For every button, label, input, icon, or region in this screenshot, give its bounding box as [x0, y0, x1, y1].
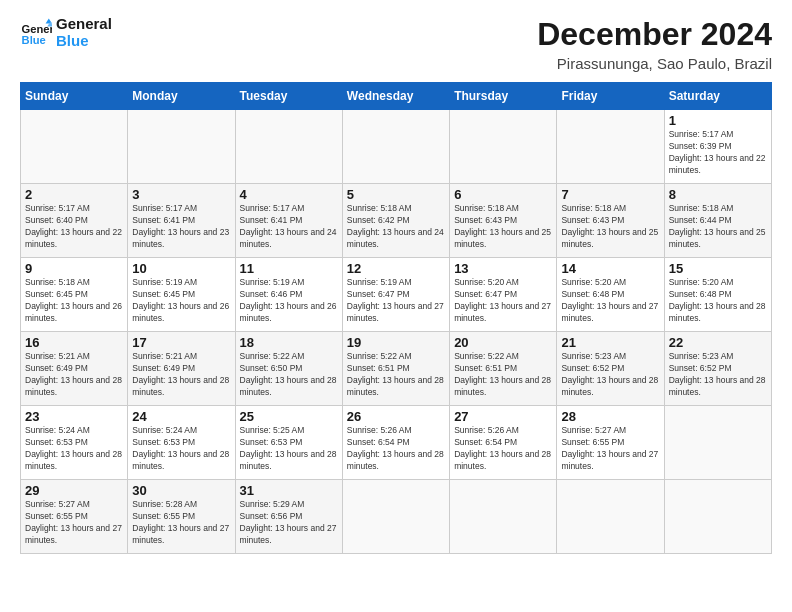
day-number: 21	[561, 335, 659, 350]
day-number: 18	[240, 335, 338, 350]
day-info: Sunrise: 5:17 AMSunset: 6:41 PMDaylight:…	[132, 203, 230, 251]
day-cell: 24Sunrise: 5:24 AMSunset: 6:53 PMDayligh…	[128, 406, 235, 480]
day-cell: 7Sunrise: 5:18 AMSunset: 6:43 PMDaylight…	[557, 184, 664, 258]
day-number: 20	[454, 335, 552, 350]
day-header-thursday: Thursday	[450, 83, 557, 110]
day-number: 7	[561, 187, 659, 202]
day-number: 25	[240, 409, 338, 424]
day-cell	[21, 110, 128, 184]
day-cell: 2Sunrise: 5:17 AMSunset: 6:40 PMDaylight…	[21, 184, 128, 258]
day-info: Sunrise: 5:27 AMSunset: 6:55 PMDaylight:…	[25, 499, 123, 547]
day-header-tuesday: Tuesday	[235, 83, 342, 110]
day-header-wednesday: Wednesday	[342, 83, 449, 110]
day-cell: 14Sunrise: 5:20 AMSunset: 6:48 PMDayligh…	[557, 258, 664, 332]
day-cell: 17Sunrise: 5:21 AMSunset: 6:49 PMDayligh…	[128, 332, 235, 406]
day-cell: 27Sunrise: 5:26 AMSunset: 6:54 PMDayligh…	[450, 406, 557, 480]
day-info: Sunrise: 5:18 AMSunset: 6:42 PMDaylight:…	[347, 203, 445, 251]
logo-general: General	[56, 16, 112, 33]
day-cell	[664, 480, 771, 554]
day-info: Sunrise: 5:25 AMSunset: 6:53 PMDaylight:…	[240, 425, 338, 473]
day-cell: 10Sunrise: 5:19 AMSunset: 6:45 PMDayligh…	[128, 258, 235, 332]
month-title: December 2024	[537, 16, 772, 53]
svg-text:General: General	[22, 23, 52, 35]
day-cell	[557, 110, 664, 184]
day-number: 23	[25, 409, 123, 424]
day-cell	[664, 406, 771, 480]
day-cell: 23Sunrise: 5:24 AMSunset: 6:53 PMDayligh…	[21, 406, 128, 480]
day-info: Sunrise: 5:18 AMSunset: 6:43 PMDaylight:…	[561, 203, 659, 251]
title-section: December 2024 Pirassununga, Sao Paulo, B…	[537, 16, 772, 72]
day-number: 2	[25, 187, 123, 202]
day-info: Sunrise: 5:19 AMSunset: 6:47 PMDaylight:…	[347, 277, 445, 325]
week-row-1: 1Sunrise: 5:17 AMSunset: 6:39 PMDaylight…	[21, 110, 772, 184]
location-title: Pirassununga, Sao Paulo, Brazil	[537, 55, 772, 72]
day-cell: 21Sunrise: 5:23 AMSunset: 6:52 PMDayligh…	[557, 332, 664, 406]
week-row-6: 29Sunrise: 5:27 AMSunset: 6:55 PMDayligh…	[21, 480, 772, 554]
day-cell: 25Sunrise: 5:25 AMSunset: 6:53 PMDayligh…	[235, 406, 342, 480]
day-cell: 16Sunrise: 5:21 AMSunset: 6:49 PMDayligh…	[21, 332, 128, 406]
day-info: Sunrise: 5:27 AMSunset: 6:55 PMDaylight:…	[561, 425, 659, 473]
day-number: 17	[132, 335, 230, 350]
day-number: 12	[347, 261, 445, 276]
day-info: Sunrise: 5:24 AMSunset: 6:53 PMDaylight:…	[132, 425, 230, 473]
calendar-table: SundayMondayTuesdayWednesdayThursdayFrid…	[20, 82, 772, 554]
day-cell: 22Sunrise: 5:23 AMSunset: 6:52 PMDayligh…	[664, 332, 771, 406]
day-info: Sunrise: 5:21 AMSunset: 6:49 PMDaylight:…	[132, 351, 230, 399]
logo-icon: General Blue	[20, 17, 52, 49]
svg-marker-2	[46, 18, 52, 23]
day-number: 13	[454, 261, 552, 276]
day-number: 15	[669, 261, 767, 276]
day-info: Sunrise: 5:26 AMSunset: 6:54 PMDaylight:…	[454, 425, 552, 473]
day-cell: 6Sunrise: 5:18 AMSunset: 6:43 PMDaylight…	[450, 184, 557, 258]
day-info: Sunrise: 5:18 AMSunset: 6:44 PMDaylight:…	[669, 203, 767, 251]
day-header-sunday: Sunday	[21, 83, 128, 110]
header: General Blue General Blue December 2024 …	[20, 16, 772, 72]
day-header-monday: Monday	[128, 83, 235, 110]
day-header-friday: Friday	[557, 83, 664, 110]
day-info: Sunrise: 5:19 AMSunset: 6:46 PMDaylight:…	[240, 277, 338, 325]
day-info: Sunrise: 5:23 AMSunset: 6:52 PMDaylight:…	[561, 351, 659, 399]
week-row-2: 2Sunrise: 5:17 AMSunset: 6:40 PMDaylight…	[21, 184, 772, 258]
day-number: 26	[347, 409, 445, 424]
day-cell: 20Sunrise: 5:22 AMSunset: 6:51 PMDayligh…	[450, 332, 557, 406]
day-number: 22	[669, 335, 767, 350]
day-cell: 26Sunrise: 5:26 AMSunset: 6:54 PMDayligh…	[342, 406, 449, 480]
calendar-page: General Blue General Blue December 2024 …	[0, 0, 792, 612]
day-cell	[450, 110, 557, 184]
day-number: 19	[347, 335, 445, 350]
day-info: Sunrise: 5:17 AMSunset: 6:39 PMDaylight:…	[669, 129, 767, 177]
day-cell: 28Sunrise: 5:27 AMSunset: 6:55 PMDayligh…	[557, 406, 664, 480]
day-info: Sunrise: 5:20 AMSunset: 6:48 PMDaylight:…	[669, 277, 767, 325]
day-cell	[557, 480, 664, 554]
svg-text:Blue: Blue	[22, 34, 46, 46]
day-info: Sunrise: 5:17 AMSunset: 6:41 PMDaylight:…	[240, 203, 338, 251]
day-info: Sunrise: 5:22 AMSunset: 6:51 PMDaylight:…	[454, 351, 552, 399]
week-row-5: 23Sunrise: 5:24 AMSunset: 6:53 PMDayligh…	[21, 406, 772, 480]
day-info: Sunrise: 5:20 AMSunset: 6:47 PMDaylight:…	[454, 277, 552, 325]
day-number: 5	[347, 187, 445, 202]
day-cell: 5Sunrise: 5:18 AMSunset: 6:42 PMDaylight…	[342, 184, 449, 258]
day-number: 9	[25, 261, 123, 276]
day-cell: 1Sunrise: 5:17 AMSunset: 6:39 PMDaylight…	[664, 110, 771, 184]
day-info: Sunrise: 5:18 AMSunset: 6:45 PMDaylight:…	[25, 277, 123, 325]
day-cell	[450, 480, 557, 554]
day-info: Sunrise: 5:26 AMSunset: 6:54 PMDaylight:…	[347, 425, 445, 473]
logo-blue: Blue	[56, 33, 112, 50]
day-number: 1	[669, 113, 767, 128]
day-info: Sunrise: 5:23 AMSunset: 6:52 PMDaylight:…	[669, 351, 767, 399]
header-row: SundayMondayTuesdayWednesdayThursdayFrid…	[21, 83, 772, 110]
day-number: 11	[240, 261, 338, 276]
day-info: Sunrise: 5:24 AMSunset: 6:53 PMDaylight:…	[25, 425, 123, 473]
day-info: Sunrise: 5:28 AMSunset: 6:55 PMDaylight:…	[132, 499, 230, 547]
day-info: Sunrise: 5:29 AMSunset: 6:56 PMDaylight:…	[240, 499, 338, 547]
day-cell: 9Sunrise: 5:18 AMSunset: 6:45 PMDaylight…	[21, 258, 128, 332]
day-number: 28	[561, 409, 659, 424]
day-info: Sunrise: 5:19 AMSunset: 6:45 PMDaylight:…	[132, 277, 230, 325]
day-number: 3	[132, 187, 230, 202]
day-cell: 18Sunrise: 5:22 AMSunset: 6:50 PMDayligh…	[235, 332, 342, 406]
day-number: 16	[25, 335, 123, 350]
day-cell	[342, 480, 449, 554]
day-cell: 4Sunrise: 5:17 AMSunset: 6:41 PMDaylight…	[235, 184, 342, 258]
day-info: Sunrise: 5:17 AMSunset: 6:40 PMDaylight:…	[25, 203, 123, 251]
day-cell	[342, 110, 449, 184]
